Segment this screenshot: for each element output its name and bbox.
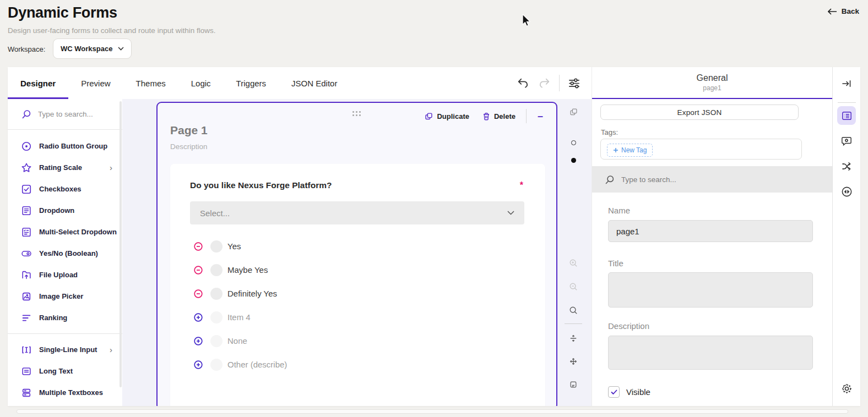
title-field-label: Title	[608, 259, 623, 268]
delete-button[interactable]: Delete	[478, 109, 520, 124]
tab-preview[interactable]: Preview	[68, 67, 123, 99]
sliders-icon	[568, 78, 581, 89]
radio-icon[interactable]	[210, 264, 223, 276]
toolbox-search[interactable]	[8, 99, 122, 130]
shuffle-icon	[841, 162, 852, 171]
strip-divider	[565, 323, 582, 324]
zoom-reset-icon[interactable]	[566, 306, 581, 315]
toolbox-item-checkboxes[interactable]: Checkboxes	[8, 178, 122, 200]
zoom-out-icon[interactable]	[566, 282, 581, 291]
radio-icon[interactable]	[210, 359, 223, 371]
toolbox-item-image-picker[interactable]: Image Picker	[8, 286, 122, 307]
choice-label[interactable]: Definitely Yes	[227, 289, 277, 298]
toolbox-search-input[interactable]	[38, 110, 110, 118]
radio-icon[interactable]	[210, 311, 223, 323]
tab-logic[interactable]: Logic	[178, 67, 224, 99]
add-choice-icon[interactable]	[194, 360, 203, 369]
property-grid-tab[interactable]	[837, 106, 856, 125]
description-field-input[interactable]	[608, 336, 813, 370]
add-choice-icon[interactable]	[194, 313, 203, 322]
remove-choice-icon[interactable]	[194, 289, 203, 298]
submenu-chevron-icon[interactable]: ›	[110, 345, 117, 354]
visible-checkbox[interactable]	[608, 386, 620, 398]
tab-triggers[interactable]: Triggers	[224, 67, 279, 99]
toolbox-item-boolean[interactable]: Yes/No (Boolean)	[8, 243, 122, 264]
toolbox-item-radio-button-group[interactable]: Radio Button Group	[8, 135, 122, 157]
name-field-input[interactable]	[608, 220, 813, 242]
export-json-button[interactable]: Export JSON	[600, 105, 799, 120]
add-choice-icon[interactable]	[194, 337, 203, 345]
toolbox-scrollbar[interactable]	[120, 101, 122, 387]
settings-button[interactable]	[837, 379, 856, 398]
form-designer-panel: Designer Preview Themes Logic Triggers J…	[8, 67, 860, 406]
fit-height-icon[interactable]	[566, 334, 581, 342]
toolbox-item-long-text[interactable]: Long Text	[8, 360, 122, 382]
design-canvas: Duplicate Delete – Page 1 Description Do…	[122, 99, 592, 406]
tab-json-editor[interactable]: JSON Editor	[279, 67, 350, 99]
toolbox-item-file-upload[interactable]: File Upload	[8, 264, 122, 286]
choice-label[interactable]: Item 4	[227, 312, 251, 322]
choice-label[interactable]: Other (describe)	[227, 360, 287, 369]
redo-icon	[539, 78, 551, 89]
file-upload-icon	[21, 270, 32, 281]
duplicate-button[interactable]: Duplicate	[420, 109, 474, 124]
collapse-panel-button[interactable]	[837, 74, 856, 93]
property-search[interactable]	[592, 166, 832, 193]
name-field-label: Name	[608, 206, 630, 215]
property-search-input[interactable]	[621, 175, 764, 184]
workspace-select[interactable]: WC Workspace	[53, 39, 132, 59]
horizontal-scrollbar[interactable]	[17, 409, 848, 414]
radio-icon[interactable]	[210, 288, 223, 300]
page-preview-icon[interactable]	[566, 381, 581, 388]
undo-icon	[517, 78, 529, 89]
toolbox-item-ranking[interactable]: Ranking	[8, 307, 122, 328]
survey-settings-tab[interactable]	[837, 131, 856, 150]
canvas-page-description[interactable]: Description	[170, 142, 208, 151]
page-navigator-dot-filled[interactable]	[566, 158, 581, 163]
toolbox-item-multiple-textboxes[interactable]: Multiple Textboxes	[8, 382, 122, 403]
collapse-page-button[interactable]: –	[532, 108, 549, 124]
property-panel-subtitle: page1	[703, 84, 721, 92]
question-title[interactable]: Do you like Nexus Forge Platform?	[190, 180, 332, 190]
ranking-icon	[21, 312, 32, 323]
expand-arrows-icon[interactable]	[566, 358, 581, 365]
toolbox-item-rating-scale[interactable]: Rating Scale ›	[8, 157, 122, 178]
submenu-chevron-icon[interactable]: ›	[110, 163, 117, 172]
remove-choice-icon[interactable]	[194, 266, 203, 275]
chat-gear-icon	[841, 136, 852, 146]
choice-label[interactable]: None	[227, 336, 247, 345]
question-card[interactable]: Do you like Nexus Forge Platform? * Sele…	[170, 164, 545, 406]
undo-button[interactable]	[512, 67, 534, 99]
redo-button[interactable]	[534, 67, 556, 99]
tab-themes[interactable]: Themes	[123, 67, 178, 99]
toolbox-item-label: Single-Line Input	[39, 345, 97, 354]
tab-designer[interactable]: Designer	[8, 67, 68, 99]
radio-icon[interactable]	[210, 335, 223, 347]
duplicate-icon	[425, 112, 433, 120]
page-navigator-dot-outline[interactable]	[566, 140, 581, 145]
new-tag-button[interactable]: New Tag	[607, 144, 653, 157]
check-icon	[611, 389, 617, 395]
drag-handle-icon[interactable]	[352, 111, 361, 117]
toolbox-item-multiselect-dropdown[interactable]: Multi-Select Dropdown	[8, 221, 122, 243]
toolbox-item-label: Long Text	[39, 367, 73, 375]
remove-choice-icon[interactable]	[194, 242, 203, 251]
back-button[interactable]: Back	[828, 7, 859, 15]
title-field-input[interactable]	[608, 272, 813, 308]
choice-label[interactable]: Yes	[227, 242, 241, 251]
toolbox-item-single-line-input[interactable]: Single-Line Input ›	[8, 339, 122, 360]
page-copy-icon[interactable]	[566, 108, 581, 116]
designer-settings-button[interactable]	[563, 67, 585, 99]
toolbox-item-dropdown[interactable]: Dropdown	[8, 200, 122, 221]
logic-shuffle-tab[interactable]	[837, 157, 856, 175]
delete-label: Delete	[494, 112, 516, 120]
translation-tab[interactable]	[837, 182, 856, 201]
toolbox-item-label: Radio Button Group	[39, 142, 107, 150]
radio-icon[interactable]	[210, 240, 223, 253]
choice-label[interactable]: Maybe Yes	[227, 265, 268, 275]
boolean-toggle-icon	[21, 248, 32, 259]
canvas-page-title[interactable]: Page 1	[170, 124, 208, 137]
question-select[interactable]: Select...	[190, 201, 524, 224]
zoom-in-icon[interactable]	[566, 259, 581, 267]
page-card[interactable]: Duplicate Delete – Page 1 Description Do…	[156, 102, 557, 406]
